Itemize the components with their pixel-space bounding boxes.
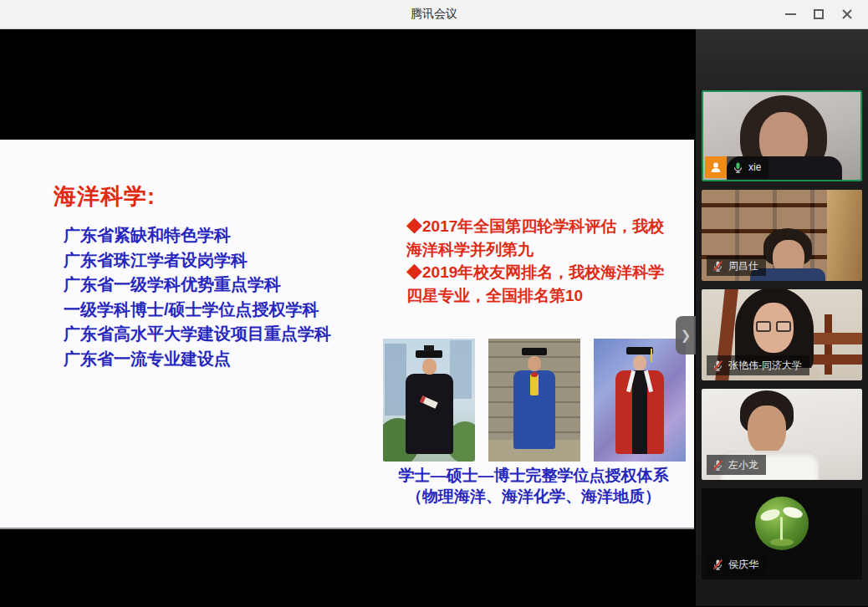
slide-bullet: 广东省一级学科优势重点学科: [64, 273, 331, 298]
caption-line-2: （物理海洋、海洋化学、海洋地质）: [378, 486, 689, 507]
slide-bullet: 广东省一流专业建设点: [64, 347, 331, 372]
participant-name: 侯庆华: [728, 558, 758, 572]
participant-label: 张艳伟-同济大学: [707, 355, 809, 375]
participants-sidebar: xie: [696, 29, 868, 606]
master-graduate-photo: [488, 339, 580, 462]
slide-bullet: 广东省紧缺和特色学科: [64, 223, 331, 248]
slide-bullet: 一级学科博士/硕士学位点授权学科: [64, 298, 331, 323]
bachelor-graduate-photo: [383, 339, 475, 462]
participant-name: xie: [748, 161, 761, 173]
presentation-slide: 海洋科学: 广东省紧缺和特色学科 广东省珠江学者设岗学科 广东省一级学科优势重点…: [0, 140, 694, 529]
graduation-photos: [383, 339, 686, 462]
sidebar-collapse-button[interactable]: ❯: [676, 316, 696, 355]
maximize-button[interactable]: [804, 2, 833, 27]
highlight-line: ◆2017年全国第四轮学科评估，我校: [406, 215, 664, 238]
participant-name: 张艳伟-同济大学: [728, 359, 802, 373]
doctor-graduate-photo: [594, 339, 686, 462]
chevron-right-icon: ❯: [681, 328, 692, 343]
shared-screen-area: 海洋科学: 广东省紧缺和特色学科 广东省珠江学者设岗学科 广东省一级学科优势重点…: [0, 29, 696, 606]
participant-label: xie: [705, 156, 768, 178]
mic-on-icon: [732, 161, 744, 174]
video-tile-zhangyanwei[interactable]: 张艳伟-同济大学: [702, 289, 862, 380]
highlight-line: 四星专业，全国排名第10: [406, 284, 664, 308]
slide-bullet-list: 广东省紧缺和特色学科 广东省珠江学者设岗学科 广东省一级学科优势重点学科 一级学…: [64, 223, 331, 371]
video-tile-zhouchangshi[interactable]: 周昌仕: [702, 190, 862, 281]
highlight-line: 海洋科学并列第九: [406, 238, 664, 262]
participant-label: 周昌仕: [707, 256, 766, 276]
caption-line-1: 学士—硕士—博士完整学位点授权体系: [378, 465, 689, 486]
close-button[interactable]: [833, 2, 861, 27]
slide-title: 海洋科学:: [54, 181, 156, 212]
slide-bullet: 广东省珠江学者设岗学科: [64, 248, 331, 273]
mic-muted-icon: [712, 360, 724, 372]
mic-muted-icon: [712, 559, 724, 571]
mic-muted-icon: [712, 459, 724, 472]
titlebar: 腾讯会议: [0, 0, 868, 29]
participant-name: 左小龙: [728, 458, 758, 472]
highlight-line: ◆2019年校友网排名，我校海洋科学: [406, 261, 664, 284]
slide-highlights: ◆2017年全国第四轮学科评估，我校 海洋科学并列第九 ◆2019年校友网排名，…: [406, 215, 664, 307]
tencent-meeting-window: 腾讯会议 海洋科学: 广东省紧缺和特色学科 广东省珠江学者设岗学科 广东省一级学…: [0, 0, 868, 606]
window-title: 腾讯会议: [411, 7, 457, 22]
close-icon: [841, 8, 853, 20]
maximize-icon: [814, 9, 824, 19]
video-tile-zuoxiaolong[interactable]: 左小龙: [702, 389, 862, 480]
minimize-icon: [785, 13, 796, 15]
minimize-button[interactable]: [776, 2, 804, 27]
participant-label: 左小龙: [707, 455, 766, 475]
mic-muted-icon: [712, 260, 724, 273]
participant-name: 周昌仕: [728, 259, 758, 273]
video-tile-houqinghua[interactable]: 侯庆华: [702, 488, 862, 579]
video-tile-xie[interactable]: xie: [702, 90, 862, 181]
participant-label: 侯庆华: [707, 554, 766, 574]
host-badge-icon: [705, 156, 727, 178]
slide-bullet: 广东省高水平大学建设项目重点学科: [64, 322, 331, 347]
window-controls: [776, 0, 861, 28]
slide-caption: 学士—硕士—博士完整学位点授权体系 （物理海洋、海洋化学、海洋地质）: [378, 465, 689, 507]
